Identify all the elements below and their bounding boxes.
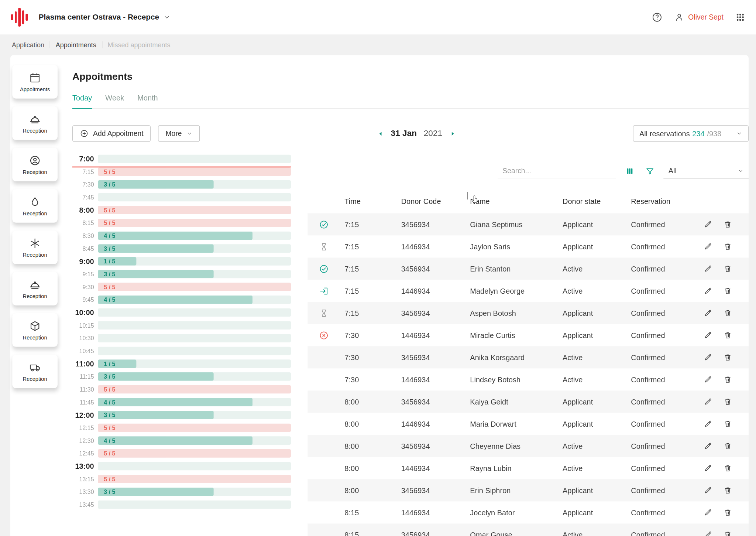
- capacity-bar[interactable]: 1 / 5: [98, 257, 291, 266]
- sidebar-item-reception[interactable]: Reception: [12, 313, 58, 347]
- state-filter-dropdown[interactable]: All: [663, 163, 749, 179]
- capacity-bar[interactable]: 3 / 5: [98, 180, 291, 189]
- capacity-bar[interactable]: 5 / 5: [98, 424, 291, 432]
- edit-button[interactable]: [699, 371, 717, 388]
- delete-button[interactable]: [719, 282, 736, 300]
- capacity-bar[interactable]: 5 / 5: [98, 475, 291, 483]
- capacity-bar[interactable]: 5 / 5: [98, 385, 291, 394]
- edit-button[interactable]: [699, 393, 717, 410]
- capacity-bar[interactable]: 4 / 5: [98, 296, 291, 304]
- sidebar-item-reception[interactable]: Reception: [12, 231, 58, 264]
- add-appointment-button[interactable]: Add Appoitment: [72, 125, 151, 142]
- delete-button[interactable]: [719, 348, 736, 366]
- table-row[interactable]: 7:301446934Miracle CurtisApplicantConfir…: [307, 324, 749, 346]
- capacity-bar[interactable]: [98, 334, 291, 342]
- search-input[interactable]: [498, 164, 616, 178]
- sidebar-item-reception[interactable]: Reception: [12, 106, 58, 140]
- capacity-bar[interactable]: 5 / 5: [98, 206, 291, 214]
- capacity-bar[interactable]: [98, 501, 291, 509]
- sidebar-item-reception[interactable]: Reception: [12, 355, 58, 388]
- table-row[interactable]: 7:151446934Jaylon SarisApplicantConfirme…: [307, 235, 749, 257]
- table-row[interactable]: 7:301446934Lindsey BotoshActiveConfirmed: [307, 368, 749, 390]
- table-row[interactable]: 7:153456934Erin StantonActiveConfirmed: [307, 257, 749, 280]
- capacity-bar[interactable]: 3 / 5: [98, 244, 291, 253]
- table-row[interactable]: 7:151446934Madelyn GeorgeActiveConfirmed: [307, 280, 749, 302]
- capacity-bar[interactable]: 5 / 5: [98, 283, 291, 291]
- table-row[interactable]: 8:003456934Cheyenne DiasActiveConfirmed: [307, 435, 749, 457]
- col-reservation[interactable]: Reservation: [626, 197, 699, 205]
- capacity-bar[interactable]: 4 / 5: [98, 398, 291, 406]
- table-row[interactable]: 7:303456934Anika KorsgaardActiveConfirme…: [307, 346, 749, 368]
- capacity-bar[interactable]: [98, 321, 291, 330]
- edit-button[interactable]: [699, 459, 717, 477]
- breadcrumb-missed-appointments[interactable]: Missed appointments: [107, 41, 170, 48]
- sidebar-item-reception[interactable]: Reception: [12, 272, 58, 305]
- edit-button[interactable]: [699, 437, 717, 455]
- capacity-bar[interactable]: [98, 462, 291, 471]
- delete-button[interactable]: [719, 304, 736, 322]
- table-row[interactable]: 8:151446934Jocelyn BatorApplicantConfirm…: [307, 501, 749, 523]
- delete-button[interactable]: [719, 393, 736, 410]
- table-row[interactable]: 8:003456934Kaiya GeidtApplicantConfirmed: [307, 390, 749, 413]
- capacity-bar[interactable]: 3 / 5: [98, 488, 291, 496]
- delete-button[interactable]: [719, 503, 736, 521]
- columns-icon[interactable]: [623, 164, 636, 177]
- delete-button[interactable]: [719, 326, 736, 344]
- capacity-bar[interactable]: 4 / 5: [98, 436, 291, 445]
- delete-button[interactable]: [719, 437, 736, 455]
- edit-button[interactable]: [699, 215, 717, 233]
- apps-grid-icon[interactable]: [735, 12, 745, 22]
- capacity-bar[interactable]: [98, 155, 291, 163]
- breadcrumb-appointments[interactable]: Appointments: [56, 41, 96, 48]
- user-menu[interactable]: Oliver Sept: [674, 12, 724, 22]
- delete-button[interactable]: [719, 459, 736, 477]
- table-row[interactable]: 8:003456934Erin SiphronApplicantConfirme…: [307, 479, 749, 501]
- delete-button[interactable]: [719, 415, 736, 433]
- tab-week[interactable]: Week: [105, 93, 124, 108]
- table-row[interactable]: 8:153456934Omar GouseActiveConfirmed: [307, 523, 749, 536]
- capacity-bar[interactable]: 4 / 5: [98, 232, 291, 240]
- capacity-bar[interactable]: 5 / 5: [98, 167, 291, 176]
- edit-button[interactable]: [699, 238, 717, 255]
- edit-button[interactable]: [699, 503, 717, 521]
- reservations-dropdown[interactable]: All reservations 234 /938: [633, 125, 749, 142]
- col-time[interactable]: Time: [340, 197, 396, 205]
- tab-today[interactable]: Today: [72, 93, 92, 109]
- tab-month[interactable]: Month: [137, 93, 158, 108]
- capacity-bar[interactable]: [98, 308, 291, 317]
- table-row[interactable]: 7:153456934Aspen BotoshApplicantConfirme…: [307, 302, 749, 324]
- delete-button[interactable]: [719, 481, 736, 499]
- capacity-bar[interactable]: [98, 347, 291, 355]
- delete-button[interactable]: [719, 260, 736, 277]
- edit-button[interactable]: [699, 348, 717, 366]
- capacity-bar[interactable]: 3 / 5: [98, 411, 291, 419]
- prev-day-button[interactable]: [377, 130, 384, 137]
- edit-button[interactable]: [699, 415, 717, 433]
- more-button[interactable]: More: [158, 125, 200, 142]
- delete-button[interactable]: [719, 215, 736, 233]
- capacity-bar[interactable]: 5 / 5: [98, 449, 291, 458]
- table-row[interactable]: 8:001446934Maria DorwartApplicantConfirm…: [307, 413, 749, 435]
- col-donor-code[interactable]: Donor Code: [396, 197, 465, 205]
- sidebar-item-appoitments[interactable]: Appoitments: [12, 65, 58, 99]
- col-donor-state[interactable]: Donor state: [558, 197, 626, 205]
- sidebar-item-reception[interactable]: Reception: [12, 148, 58, 181]
- capacity-bar[interactable]: 5 / 5: [98, 219, 291, 227]
- next-day-button[interactable]: [449, 130, 456, 137]
- edit-button[interactable]: [699, 326, 717, 344]
- breadcrumb-application[interactable]: Application: [12, 41, 44, 48]
- capacity-bar[interactable]: 3 / 5: [98, 372, 291, 381]
- center-selector[interactable]: Plasma center Ostrava - Recepce: [39, 13, 171, 22]
- capacity-bar[interactable]: 3 / 5: [98, 270, 291, 279]
- capacity-bar[interactable]: 1 / 5: [98, 359, 291, 368]
- table-row[interactable]: 7:153456934Giana SeptimusApplicantConfir…: [307, 213, 749, 235]
- delete-button[interactable]: [719, 238, 736, 255]
- delete-button[interactable]: [719, 526, 736, 536]
- edit-button[interactable]: [699, 304, 717, 322]
- table-row[interactable]: 8:001446934Rayna LubinActiveConfirmed: [307, 457, 749, 479]
- edit-button[interactable]: [699, 526, 717, 536]
- filter-icon[interactable]: [643, 164, 656, 177]
- sidebar-item-reception[interactable]: Reception: [12, 189, 58, 223]
- edit-button[interactable]: [699, 481, 717, 499]
- edit-button[interactable]: [699, 282, 717, 300]
